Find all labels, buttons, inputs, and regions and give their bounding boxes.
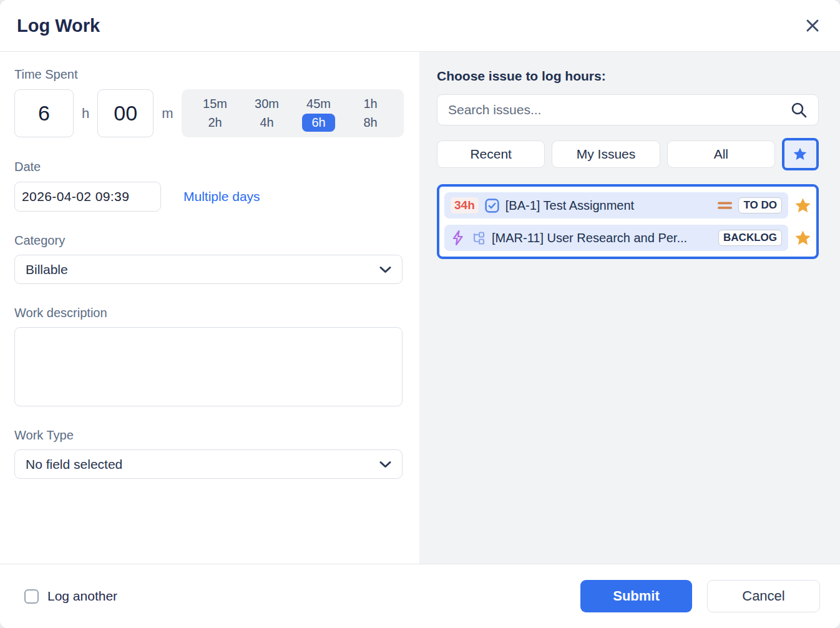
quick-time-45m[interactable]: 45m [297, 95, 340, 113]
issue-picker-pane: Choose issue to log hours: Search issues… [419, 52, 840, 564]
quick-time-8h[interactable]: 8h [354, 114, 386, 132]
issue-line: [MAR-11] User Research and Per... BACKLO… [444, 225, 813, 251]
multiple-days-link[interactable]: Multiple days [183, 189, 260, 204]
issue-title: [MAR-11] User Research and Per... [492, 231, 713, 245]
filter-recent-button[interactable]: Recent [437, 140, 545, 168]
category-label: Category [14, 233, 404, 248]
category-select[interactable]: Billable [14, 255, 403, 284]
hours-input[interactable]: 6 [14, 89, 74, 137]
work-type-value: No field selected [26, 457, 122, 472]
work-type-select[interactable]: No field selected [14, 449, 403, 479]
work-description-label: Work description [14, 306, 404, 320]
dialog-body: Time Spent 6 h 00 m 15m 30m 45m 1h 2h 4h… [0, 52, 840, 564]
quick-time-panel: 15m 30m 45m 1h 2h 4h 6h 8h [182, 89, 404, 137]
dialog-header: Log Work [0, 0, 840, 52]
date-input[interactable]: 2026-04-02 09:39 [14, 182, 161, 212]
issue-row-mar-11[interactable]: [MAR-11] User Research and Per... BACKLO… [444, 225, 788, 251]
search-placeholder: Search issues... [448, 102, 790, 117]
status-badge: BACKLOG [718, 230, 782, 246]
choose-issue-heading: Choose issue to log hours: [437, 69, 819, 84]
work-description-textarea[interactable] [14, 327, 403, 406]
star-icon [792, 146, 808, 162]
dialog-footer: Log another Submit Cancel [0, 564, 840, 628]
log-form-pane: Time Spent 6 h 00 m 15m 30m 45m 1h 2h 4h… [0, 52, 419, 564]
quick-time-15m[interactable]: 15m [193, 95, 237, 113]
close-button[interactable] [802, 15, 823, 36]
log-another-label: Log another [47, 589, 117, 604]
minutes-input[interactable]: 00 [97, 89, 154, 137]
quick-time-1h[interactable]: 1h [354, 95, 386, 113]
filter-my-issues-button[interactable]: My Issues [552, 140, 660, 168]
date-label: Date [14, 160, 404, 174]
quick-time-6h-selected[interactable]: 6h [302, 114, 335, 132]
submit-button[interactable]: Submit [580, 580, 692, 612]
category-value: Billable [26, 262, 68, 277]
lightning-icon [451, 230, 465, 246]
dialog-title: Log Work [17, 16, 100, 36]
work-type-label: Work Type [14, 428, 404, 443]
chevron-down-icon [379, 461, 391, 468]
favorite-star-icon[interactable] [793, 229, 813, 247]
time-spent-label: Time Spent [14, 67, 404, 82]
minutes-unit-label: m [162, 105, 173, 122]
search-issues-input[interactable]: Search issues... [437, 94, 819, 125]
logged-time-badge: 34h [451, 197, 479, 213]
task-checkbox-icon [484, 198, 500, 213]
search-icon [790, 101, 808, 119]
issue-filters-row: Recent My Issues All [437, 138, 819, 170]
cancel-button[interactable]: Cancel [707, 580, 820, 612]
filter-favorites-button[interactable] [782, 138, 819, 170]
favorite-issues-list: 34h [BA-1] Test Assignment TO DO [437, 184, 819, 259]
quick-time-30m[interactable]: 30m [245, 95, 288, 113]
log-another-checkbox[interactable] [24, 589, 39, 604]
chevron-down-icon [379, 266, 391, 273]
log-work-dialog: Log Work Time Spent 6 h 00 m 15m 30m 45m… [0, 0, 840, 628]
status-badge: TO DO [738, 197, 782, 213]
issue-title: [BA-1] Test Assignment [505, 199, 712, 213]
quick-time-2h[interactable]: 2h [198, 114, 231, 132]
subtask-tree-icon [471, 230, 486, 245]
quick-time-4h[interactable]: 4h [250, 114, 283, 132]
favorite-star-icon[interactable] [793, 197, 813, 215]
issue-row-ba-1[interactable]: 34h [BA-1] Test Assignment TO DO [444, 192, 788, 218]
date-row: 2026-04-02 09:39 Multiple days [14, 182, 404, 212]
close-icon [804, 17, 821, 34]
time-spent-row: 6 h 00 m 15m 30m 45m 1h 2h 4h 6h 8h [14, 89, 404, 137]
priority-medium-icon [717, 200, 733, 210]
hours-unit-label: h [82, 105, 89, 122]
filter-all-button[interactable]: All [667, 140, 775, 168]
issue-line: 34h [BA-1] Test Assignment TO DO [444, 192, 813, 218]
